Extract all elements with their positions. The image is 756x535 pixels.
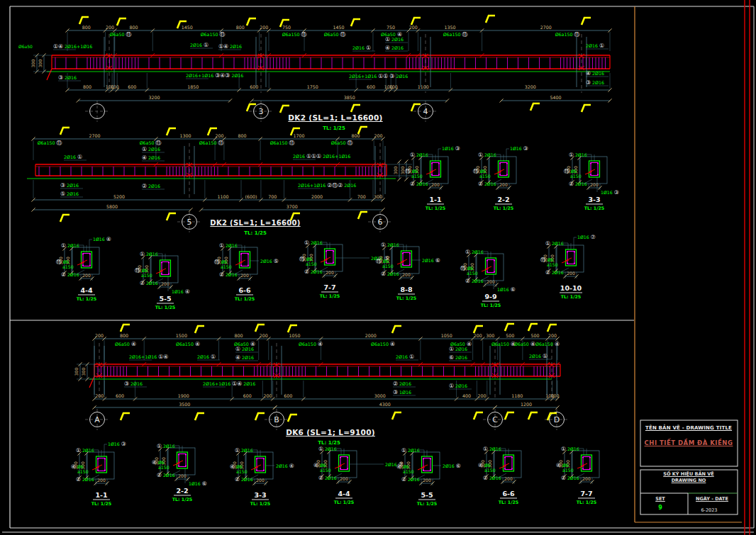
svg-text:① 2Ø16: ① 2Ø16 bbox=[219, 242, 238, 249]
svg-text:200: 200 bbox=[374, 133, 383, 138]
svg-text:1200: 1200 bbox=[521, 402, 532, 407]
svg-text:① 2Ø16: ① 2Ø16 bbox=[318, 446, 337, 452]
svg-text:TL: 1/25: TL: 1/25 bbox=[561, 294, 581, 299]
title-block-drawing-name: CHI TIẾT DẦM ĐÀ KIỀNG bbox=[645, 439, 733, 446]
title-block-set-value: 9 bbox=[658, 505, 662, 511]
svg-text:a150: a150 bbox=[484, 468, 496, 473]
svg-text:200: 200 bbox=[402, 272, 411, 277]
svg-text:7-7: 7-7 bbox=[580, 490, 592, 497]
svg-text:TL: 1/25: TL: 1/25 bbox=[499, 500, 518, 505]
svg-text:Ø6a150 ④: Ø6a150 ④ bbox=[176, 341, 200, 347]
svg-text:9-9: 9-9 bbox=[484, 293, 496, 300]
title-block-date-label: NGÀY - DATE bbox=[696, 496, 728, 502]
svg-text:a150: a150 bbox=[77, 469, 89, 474]
svg-text:⑥ 2Ø16: ⑥ 2Ø16 bbox=[449, 354, 467, 361]
svg-text:Ø6a150 ⑪: Ø6a150 ⑪ bbox=[282, 31, 307, 38]
svg-text:① 2Ø16: ① 2Ø16 bbox=[142, 146, 160, 152]
svg-text:① 2Ø16: ① 2Ø16 bbox=[235, 447, 253, 454]
svg-text:1180: 1180 bbox=[511, 393, 523, 398]
svg-text:6-6: 6-6 bbox=[502, 490, 515, 497]
svg-text:300: 300 bbox=[400, 167, 405, 175]
svg-text:a150: a150 bbox=[467, 271, 478, 276]
section-3-3: 300300200① 2Ø16⑪ Ø6a150② 2Ø161Ø16 ③3-3TL… bbox=[564, 152, 619, 210]
section-1-1: 300300200① 2Ø16④ Ø6a150② 2Ø161Ø16 ③1-1TL… bbox=[71, 441, 126, 506]
grid-bubble-A: A bbox=[85, 409, 109, 430]
svg-text:2Ø16 ①: 2Ø16 ① bbox=[64, 154, 82, 160]
svg-text:1Ø16 ⑥: 1Ø16 ⑥ bbox=[189, 480, 207, 487]
svg-text:800: 800 bbox=[235, 333, 243, 338]
svg-text:② 2Ø16: ② 2Ø16 bbox=[157, 472, 175, 478]
svg-text:1Ø16 ③: 1Ø16 ③ bbox=[601, 189, 619, 196]
svg-text:5200: 5200 bbox=[113, 194, 125, 199]
svg-text:① 2Ø16: ① 2Ø16 bbox=[410, 152, 428, 158]
section-4-4: 300300200① 2Ø16⑪ Ø6a150② 2Ø161Ø16 ④4-4TL… bbox=[56, 236, 111, 301]
svg-text:2Ø16 ①: 2Ø16 ① bbox=[352, 45, 371, 51]
title-block-code-label-en: DRAWING NO bbox=[672, 478, 706, 483]
svg-text:TL: 1/25: TL: 1/25 bbox=[155, 305, 175, 310]
svg-text:Ø6a50 ⑪: Ø6a50 ⑪ bbox=[331, 140, 353, 146]
svg-text:200: 200 bbox=[478, 393, 487, 398]
svg-text:1Ø16 ④: 1Ø16 ④ bbox=[172, 288, 190, 295]
section-8-8: 300300200① 2Ø16⑪ Ø6a150② 2Ø162Ø16 ⑥8-8TL… bbox=[376, 242, 440, 300]
svg-text:② 2Ø16: ② 2Ø16 bbox=[318, 475, 337, 481]
svg-text:① 2Ø16: ① 2Ø16 bbox=[235, 346, 254, 352]
svg-text:6-6: 6-6 bbox=[238, 286, 251, 294]
section-7-7: 300300200① 2Ø16④ Ø6a150② 2Ø167-7TL: 1/25 bbox=[556, 446, 599, 505]
title-block-code-label-vn: SỐ KÝ HIỆU BẢN VẼ bbox=[663, 471, 713, 477]
svg-text:a150: a150 bbox=[411, 174, 423, 179]
section-1-1: 300300200① 2Ø16⑪ Ø6a150② 2Ø161Ø16 ③1-1TL… bbox=[405, 145, 460, 210]
svg-text:① 2Ø16: ① 2Ø16 bbox=[385, 36, 404, 43]
svg-text:Ø6a50: Ø6a50 bbox=[18, 44, 33, 49]
svg-text:Ø6a50 ⑪: Ø6a50 ⑪ bbox=[140, 140, 162, 146]
svg-text:4-4: 4-4 bbox=[80, 286, 93, 294]
section-2-2: 300300200① 2Ø16④ Ø6a150② 2Ø161Ø16 ⑥2-2TL… bbox=[152, 443, 207, 502]
svg-text:a150: a150 bbox=[221, 264, 232, 269]
svg-text:200: 200 bbox=[423, 478, 431, 483]
svg-text:200: 200 bbox=[340, 476, 348, 481]
svg-text:3200: 3200 bbox=[148, 95, 160, 100]
svg-text:② 2Ø16: ② 2Ø16 bbox=[401, 476, 420, 483]
svg-text:1-1: 1-1 bbox=[429, 196, 441, 203]
svg-text:a150: a150 bbox=[570, 174, 582, 179]
sections-dk2-supports: 300300200① 2Ø16⑪ Ø6a150② 2Ø161Ø16 ③1-1TL… bbox=[405, 145, 619, 210]
sections-dk6: 300300200① 2Ø16④ Ø6a150② 2Ø161Ø16 ③1-1TL… bbox=[71, 441, 599, 506]
svg-text:1050: 1050 bbox=[441, 333, 452, 338]
svg-text:TL: 1/25: TL: 1/25 bbox=[320, 293, 340, 298]
svg-text:1Ø16 ③: 1Ø16 ③ bbox=[108, 441, 126, 447]
svg-text:700: 700 bbox=[268, 194, 277, 199]
section-5-5: 300300200① 2Ø16⑪ Ø6a150② 2Ø161Ø16 ④5-5TL… bbox=[135, 251, 190, 310]
svg-text:7-7: 7-7 bbox=[323, 283, 335, 291]
svg-text:10-10: 10-10 bbox=[560, 284, 582, 292]
beam-title-dk2-bottom: DK2 (SL=1; L=16600) bbox=[210, 219, 300, 227]
cad-canvas[interactable]: 8002008001450800200750145075020013502700… bbox=[0, 0, 756, 535]
cad-drawing-sheet: 8002008001450800200750145075020013502700… bbox=[0, 0, 756, 535]
svg-text:② 2Ø16: ② 2Ø16 bbox=[569, 181, 587, 187]
svg-text:TL: 1/25: TL: 1/25 bbox=[334, 500, 354, 505]
svg-text:TL: 1/25: TL: 1/25 bbox=[417, 501, 437, 506]
svg-text:750: 750 bbox=[282, 25, 291, 30]
svg-text:Ø6a150 ⑪: Ø6a150 ⑪ bbox=[443, 31, 468, 38]
svg-text:Ø6a50 ④: Ø6a50 ④ bbox=[115, 341, 136, 347]
svg-text:2Ø16 ①: 2Ø16 ① bbox=[197, 354, 216, 360]
svg-text:2Ø16+1Ø16 ③④③ 2Ø16: 2Ø16+1Ø16 ③④③ 2Ø16 bbox=[186, 72, 243, 79]
svg-text:④ 2Ø16: ④ 2Ø16 bbox=[385, 45, 404, 51]
svg-text:600: 600 bbox=[367, 84, 375, 89]
svg-text:⑤ 2Ø16: ⑤ 2Ø16 bbox=[60, 191, 79, 197]
svg-text:2Ø16+1Ø16 ①④ 2Ø16: 2Ø16+1Ø16 ①④ 2Ø16 bbox=[203, 381, 255, 387]
svg-text:300: 300 bbox=[81, 368, 86, 376]
svg-text:3-3: 3-3 bbox=[588, 196, 600, 203]
svg-text:2Ø16 ①: 2Ø16 ① bbox=[529, 353, 547, 359]
svg-text:2Ø16 ①①① 2Ø16+1Ø16: 2Ø16 ①①① 2Ø16+1Ø16 bbox=[293, 153, 350, 159]
svg-text:600: 600 bbox=[250, 84, 258, 89]
svg-text:Ø6a50 ④: Ø6a50 ④ bbox=[514, 341, 535, 347]
svg-text:3200: 3200 bbox=[525, 84, 536, 89]
svg-text:② 2Ø16: ② 2Ø16 bbox=[304, 269, 323, 275]
svg-text:1-1: 1-1 bbox=[95, 491, 107, 499]
svg-text:200: 200 bbox=[106, 25, 114, 30]
svg-text:① 2Ø16: ① 2Ø16 bbox=[61, 242, 79, 249]
svg-text:Ø6a150 ⑪: Ø6a150 ⑪ bbox=[201, 31, 226, 38]
section-2-2: 300300200① 2Ø16⑪ Ø6a150② 2Ø161Ø16 ③2-2TL… bbox=[473, 145, 528, 210]
svg-text:a150: a150 bbox=[236, 469, 248, 474]
svg-text:300: 300 bbox=[486, 333, 494, 338]
svg-text:a150: a150 bbox=[62, 264, 74, 269]
